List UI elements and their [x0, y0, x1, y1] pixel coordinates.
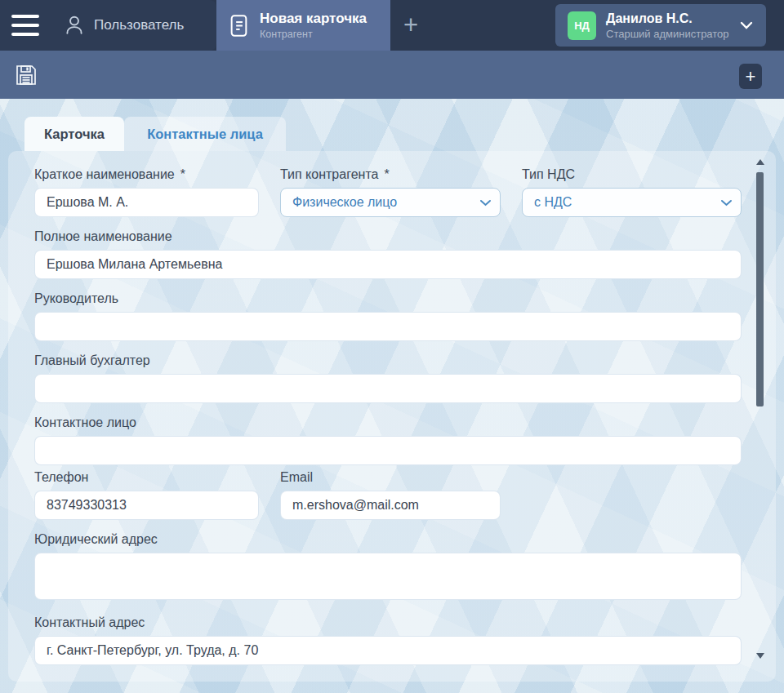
- counterparty-type-value: Физическое лицо: [292, 195, 397, 210]
- save-button[interactable]: [13, 62, 39, 88]
- tab-contact-persons[interactable]: Контактные лица: [124, 117, 286, 151]
- tab-card-label: Карточка: [44, 127, 105, 142]
- phone-input[interactable]: [34, 491, 259, 520]
- vat-type-label: Тип НДС: [522, 167, 742, 182]
- avatar: НД: [568, 11, 596, 40]
- plus-icon: +: [746, 66, 756, 87]
- tab-card[interactable]: Карточка: [24, 117, 124, 151]
- user-tab-block: Пользователь: [0, 0, 216, 51]
- counterparty-type-select[interactable]: Физическое лицо: [280, 188, 501, 217]
- save-icon: [13, 62, 39, 88]
- chief-accountant-input[interactable]: [34, 374, 742, 403]
- full-name-input[interactable]: [34, 250, 742, 279]
- contact-address-label: Контактный адрес: [34, 615, 742, 630]
- email-label: Email: [280, 470, 501, 485]
- short-name-label: Краткое наименование*: [34, 167, 259, 182]
- tab-new-card[interactable]: Новая карточка Контрагент: [216, 0, 390, 51]
- contact-person-input[interactable]: [34, 436, 742, 465]
- vertical-scrollbar: [755, 151, 764, 682]
- scrollbar-thumb[interactable]: [756, 172, 764, 406]
- chevron-down-icon: [479, 199, 492, 207]
- contact-person-label: Контактное лицо: [34, 415, 742, 430]
- card-form-panel: Краткое наименование* Тип контрагента* Ф…: [8, 151, 776, 682]
- head-label: Руководитель: [34, 291, 742, 306]
- counterparty-type-label: Тип контрагента*: [280, 167, 501, 182]
- user-profile-menu[interactable]: НД Данилов Н.С. Старший администратор: [555, 4, 766, 47]
- tab-new-card-subtitle: Контрагент: [260, 29, 367, 40]
- content-area: Карточка Контактные лица Краткое наимено…: [0, 99, 784, 693]
- document-icon: [228, 13, 250, 38]
- scroll-down-arrow-icon[interactable]: [756, 653, 764, 659]
- phone-label: Телефон: [34, 470, 259, 485]
- head-input[interactable]: [34, 312, 742, 341]
- add-tab-button[interactable]: +: [397, 11, 425, 39]
- chief-accountant-label: Главный бухгалтер: [34, 353, 742, 368]
- vat-type-select[interactable]: с НДС: [522, 188, 742, 217]
- top-navigation-bar: Пользователь Новая карточка Контрагент +…: [0, 0, 784, 51]
- tab-user[interactable]: Пользователь: [64, 14, 184, 37]
- card-tabs: Карточка Контактные лица: [24, 117, 286, 151]
- legal-address-textarea[interactable]: [34, 553, 742, 600]
- menu-hamburger-icon[interactable]: [11, 15, 39, 36]
- tab-contact-persons-label: Контактные лица: [147, 127, 263, 142]
- chevron-down-icon: [720, 199, 733, 207]
- legal-address-label: Юридический адрес: [34, 532, 742, 547]
- plus-icon: +: [403, 13, 418, 38]
- chevron-down-icon: [740, 21, 753, 29]
- tab-new-card-title: Новая карточка: [260, 11, 367, 27]
- vat-type-value: с НДС: [534, 195, 572, 210]
- user-icon: [64, 14, 85, 37]
- email-input[interactable]: [280, 491, 501, 520]
- toolbar: +: [0, 51, 784, 99]
- profile-name: Данилов Н.С.: [606, 11, 740, 26]
- full-name-label: Полное наименование: [34, 229, 742, 244]
- scroll-up-arrow-icon[interactable]: [756, 159, 764, 165]
- add-item-button[interactable]: +: [739, 64, 762, 89]
- contact-address-input[interactable]: [34, 636, 742, 665]
- profile-role: Старший администратор: [606, 28, 740, 40]
- tab-user-label: Пользователь: [94, 17, 184, 33]
- short-name-input[interactable]: [34, 188, 259, 217]
